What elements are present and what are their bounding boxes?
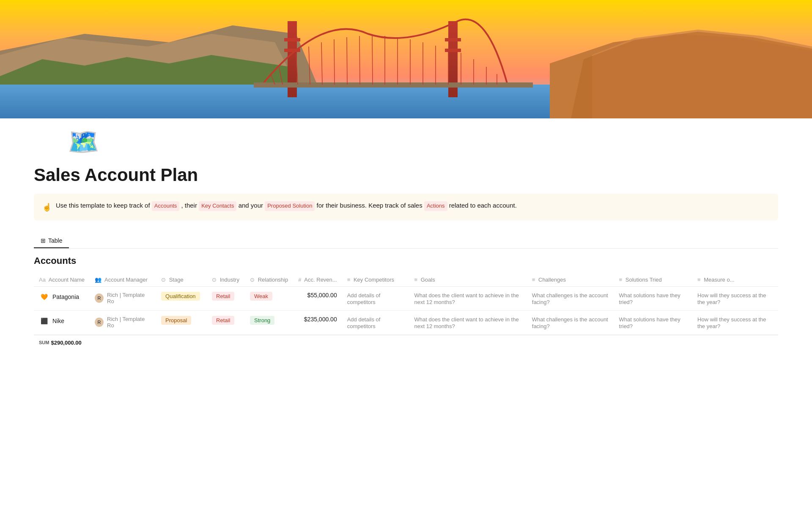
cell-relationship-nike[interactable]: Strong: [245, 310, 293, 334]
industry-badge-nike: Retail: [212, 316, 234, 325]
svg-line-22: [372, 36, 373, 85]
cell-revenue-nike[interactable]: $235,000.00: [293, 310, 342, 334]
tab-table[interactable]: ⊞ Table: [34, 234, 69, 248]
callout-icon: ☝️: [42, 201, 52, 214]
rel-badge-nike: Strong: [250, 316, 274, 325]
page-title: Sales Account Plan: [34, 165, 778, 185]
cell-goals-nike[interactable]: What does the client want to achieve in …: [409, 310, 527, 334]
cell-challenges-nike[interactable]: What challenges is the account facing?: [527, 310, 614, 334]
svg-rect-9: [284, 38, 300, 41]
callout-text4: for their business. Keep track of sales: [317, 202, 422, 209]
cell-industry-nike[interactable]: Retail: [207, 310, 245, 334]
cell-measure-patagonia[interactable]: How will they success at the the year?: [692, 286, 778, 310]
col-icon-measure: ≡: [697, 277, 701, 283]
tag-actions[interactable]: Actions: [424, 201, 447, 211]
col-icon-account-manager: 👥: [95, 277, 102, 283]
col-header-competitors[interactable]: ≡ Key Competitors: [342, 273, 409, 287]
cell-challenges-patagonia[interactable]: What challenges is the account facing?: [527, 286, 614, 310]
cell-manager-patagonia[interactable]: R Rich | Template Ro: [90, 286, 156, 310]
col-icon-goals: ≡: [414, 277, 418, 283]
col-icon-relationship: ⊙: [250, 277, 255, 283]
cell-measure-nike[interactable]: How will they success at the the year?: [692, 310, 778, 334]
col-icon-revenue: #: [298, 277, 301, 283]
tag-proposed-solution[interactable]: Proposed Solution: [265, 201, 315, 211]
table-tab-label: Table: [48, 237, 62, 244]
col-header-challenges[interactable]: ≡ Challenges: [527, 273, 614, 287]
col-icon-account-name: Aa: [39, 277, 46, 283]
svg-line-19: [334, 39, 335, 85]
svg-line-21: [359, 36, 360, 85]
callout-text: Use this template to keep track of Accou…: [56, 200, 517, 211]
col-icon-industry: ⊙: [212, 277, 217, 283]
svg-rect-11: [445, 38, 461, 41]
callout-text2: , their: [181, 202, 197, 209]
cell-solutions-nike[interactable]: What solutions have they tried?: [614, 310, 692, 334]
col-header-industry[interactable]: ⊙ Industry: [207, 273, 245, 287]
callout-text-before: Use this template to keep track of: [56, 202, 150, 209]
table-section: ⊞ Table Accounts Aa Account Name 👥 Accou…: [34, 234, 778, 350]
cell-industry-patagonia[interactable]: Retail: [207, 286, 245, 310]
cell-account-name-nike[interactable]: ⬛ Nike: [34, 310, 90, 334]
col-header-goals[interactable]: ≡ Goals: [409, 273, 527, 287]
table-row[interactable]: 🧡 Patagonia R Rich | Template Ro Qualifi…: [34, 286, 778, 310]
col-header-stage[interactable]: ⊙ Stage: [156, 273, 207, 287]
page-icon: 🗺️: [68, 127, 102, 161]
tag-accounts[interactable]: Accounts: [152, 201, 179, 211]
cell-competitors-patagonia[interactable]: Add details of competitors: [342, 286, 409, 310]
cell-relationship-patagonia[interactable]: Weak: [245, 286, 293, 310]
svg-rect-12: [445, 49, 461, 52]
stage-badge-nike: Proposal: [161, 316, 191, 325]
callout-text5: related to each account.: [449, 202, 517, 209]
account-avatar-patagonia: 🧡: [39, 292, 49, 302]
sum-label: SUM: [39, 340, 49, 345]
sum-value: $290,000.00: [51, 340, 81, 346]
table-header-row: Aa Account Name 👥 Account Manager ⊙ Stag…: [34, 273, 778, 287]
view-tabs: ⊞ Table: [34, 234, 778, 249]
col-icon-stage: ⊙: [161, 277, 166, 283]
table-row[interactable]: ⬛ Nike R Rich | Template Ro Proposal: [34, 310, 778, 334]
cell-revenue-patagonia[interactable]: $55,000.00: [293, 286, 342, 310]
col-icon-solutions: ≡: [619, 277, 623, 283]
col-header-measure[interactable]: ≡ Measure o...: [692, 273, 778, 287]
table-title: Accounts: [34, 255, 778, 266]
cell-goals-patagonia[interactable]: What does the client want to achieve in …: [409, 286, 527, 310]
cell-account-name-patagonia[interactable]: 🧡 Patagonia: [34, 286, 90, 310]
col-header-relationship[interactable]: ⊙ Relationship: [245, 273, 293, 287]
hero-banner: [0, 0, 812, 118]
cell-stage-nike[interactable]: Proposal: [156, 310, 207, 334]
col-header-revenue[interactable]: # Acc. Reven...: [293, 273, 342, 287]
table-footer: SUM $290,000.00: [34, 335, 778, 350]
industry-badge-patagonia: Retail: [212, 292, 234, 301]
cell-manager-nike[interactable]: R Rich | Template Ro: [90, 310, 156, 334]
callout-box: ☝️ Use this template to keep track of Ac…: [34, 194, 778, 220]
svg-line-20: [347, 37, 347, 85]
col-header-account-name[interactable]: Aa Account Name: [34, 273, 90, 287]
col-header-solutions[interactable]: ≡ Solutions Tried: [614, 273, 692, 287]
table-tab-icon: ⊞: [41, 237, 46, 244]
manager-avatar-nike: R: [95, 318, 104, 327]
svg-rect-13: [254, 82, 533, 88]
cell-solutions-patagonia[interactable]: What solutions have they tried?: [614, 286, 692, 310]
rel-badge-patagonia: Weak: [250, 292, 272, 301]
account-avatar-nike: ⬛: [39, 316, 49, 326]
col-icon-challenges: ≡: [532, 277, 535, 283]
col-header-account-manager[interactable]: 👥 Account Manager: [90, 273, 156, 287]
cell-competitors-nike[interactable]: Add details of competitors: [342, 310, 409, 334]
accounts-table: Aa Account Name 👥 Account Manager ⊙ Stag…: [34, 273, 778, 335]
cell-stage-patagonia[interactable]: Qualification: [156, 286, 207, 310]
tag-contacts[interactable]: Key Contacts: [199, 201, 236, 211]
col-icon-competitors: ≡: [347, 277, 351, 283]
stage-badge-patagonia: Qualification: [161, 292, 200, 301]
callout-text3: and your: [239, 202, 263, 209]
manager-avatar-patagonia: R: [95, 293, 104, 303]
